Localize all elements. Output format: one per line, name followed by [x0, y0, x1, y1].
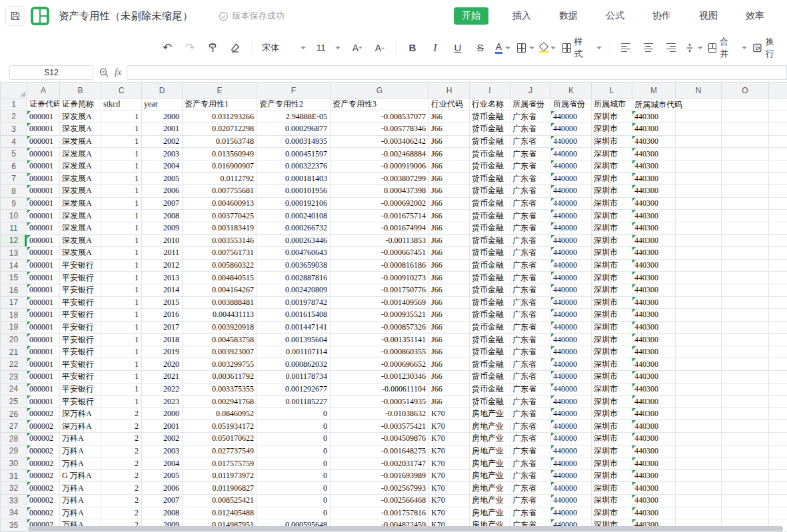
cell-I8[interactable]: 货币金融 — [470, 185, 510, 198]
cell-B32[interactable]: 万科A — [60, 482, 101, 495]
row-header-32[interactable]: 32 — [1, 482, 27, 495]
cell-D19[interactable]: 2017 — [142, 321, 183, 334]
cell-I2[interactable]: 货币金融 — [470, 111, 510, 123]
cell-F17[interactable]: 0.001978742 — [257, 296, 331, 309]
cell-M27[interactable]: 440300 — [632, 420, 676, 433]
cell-H26[interactable]: K70 — [429, 407, 470, 420]
cell-L27[interactable]: 深圳市 — [592, 420, 632, 433]
cell-G13[interactable]: -0.000667451 — [331, 247, 429, 260]
cell-A7[interactable]: 000001 — [27, 172, 60, 185]
cell-B2[interactable]: 深发展A — [60, 111, 101, 123]
cell-O15[interactable] — [722, 272, 769, 284]
cell-K1[interactable]: 所属省份 — [551, 99, 592, 111]
borders-button[interactable] — [517, 39, 534, 57]
cell-B16[interactable]: 平安银行 — [60, 284, 101, 296]
cell-H21[interactable]: J66 — [429, 346, 470, 358]
cell-H31[interactable]: K70 — [429, 469, 470, 482]
cell-C29[interactable]: 2 — [101, 445, 142, 457]
column-header-partial[interactable] — [769, 83, 787, 99]
cell-B34[interactable]: 万科A — [60, 507, 101, 519]
cell-O23[interactable] — [722, 371, 769, 384]
cell-F19[interactable]: 0.001447141 — [257, 321, 331, 334]
cell-N4[interactable] — [676, 135, 722, 148]
cell-I26[interactable]: 房地产业 — [470, 407, 510, 420]
cell-I4[interactable]: 货币金融 — [470, 135, 510, 148]
cell-D10[interactable]: 2008 — [142, 210, 183, 222]
cell-E10[interactable]: 0.003770425 — [183, 210, 257, 222]
cell-D21[interactable]: 2019 — [142, 346, 183, 358]
cell-K8[interactable]: 440000 — [551, 185, 592, 198]
cell-C28[interactable]: 2 — [101, 433, 142, 445]
cell-D23[interactable]: 2021 — [142, 371, 183, 384]
align-right-icon[interactable] — [662, 39, 680, 57]
cell-D27[interactable]: 2001 — [142, 420, 183, 433]
cell-F10[interactable]: 0.000240108 — [257, 210, 331, 222]
cell-E11[interactable]: 0.003183419 — [183, 222, 257, 234]
cell-B18[interactable]: 平安银行 — [60, 309, 101, 322]
cell-G32[interactable]: -0.002567993 — [331, 482, 429, 495]
cell-D20[interactable]: 2018 — [142, 334, 183, 346]
cell-F4[interactable]: 0.000314935 — [257, 135, 331, 148]
cell-D28[interactable]: 2002 — [142, 433, 183, 445]
cell-L31[interactable]: 深圳市 — [592, 469, 632, 482]
cell-P3[interactable] — [769, 123, 787, 136]
cell-J12[interactable]: 广东省 — [510, 234, 551, 247]
cell-A9[interactable]: 000001 — [27, 197, 60, 210]
cell-G8[interactable]: 0.000437398 — [331, 185, 429, 198]
cell-L16[interactable]: 深圳市 — [592, 284, 632, 296]
cell-E33[interactable]: 0.008525421 — [183, 495, 257, 507]
cell-B33[interactable]: 万科A — [60, 495, 101, 507]
cell-L6[interactable]: 深圳市 — [592, 160, 632, 172]
cell-I25[interactable]: 货币金融 — [470, 396, 510, 408]
cell-O17[interactable] — [722, 296, 769, 309]
cell-F29[interactable]: 0 — [257, 445, 331, 457]
cell-E16[interactable]: 0.004164267 — [183, 284, 257, 296]
bold-icon[interactable]: B — [404, 39, 421, 57]
cell-D15[interactable]: 2013 — [142, 272, 183, 284]
cell-H10[interactable]: J66 — [429, 210, 470, 222]
cell-K28[interactable]: 440000 — [551, 433, 592, 445]
cell-M10[interactable]: 440300 — [632, 210, 676, 222]
cell-E29[interactable]: 0.027737549 — [183, 445, 257, 457]
cell-G23[interactable]: -0.001230346 — [331, 371, 429, 384]
cell-M9[interactable]: 440300 — [632, 197, 676, 210]
cell-L32[interactable]: 深圳市 — [592, 482, 632, 495]
row-header-6[interactable]: 6 — [1, 160, 27, 172]
column-header-D[interactable]: D — [142, 83, 183, 99]
cell-C26[interactable]: 2 — [101, 407, 142, 420]
cell-I16[interactable]: 货币金融 — [470, 284, 510, 296]
cell-O8[interactable] — [722, 185, 769, 198]
row-header-27[interactable]: 27 — [1, 420, 27, 433]
cell-K10[interactable]: 440000 — [551, 210, 592, 222]
cell-M18[interactable]: 440300 — [632, 309, 676, 322]
cell-E12[interactable]: 0.003553146 — [183, 234, 257, 247]
cell-F1[interactable]: 资产专用性2 — [257, 99, 331, 111]
cell-G9[interactable]: -0.000692002 — [331, 197, 429, 210]
cell-B7[interactable]: 深发展A — [60, 172, 101, 185]
cell-H27[interactable]: K70 — [429, 420, 470, 433]
cell-F20[interactable]: 0.001395604 — [257, 334, 331, 346]
cell-G22[interactable]: -0.000696652 — [331, 358, 429, 371]
cell-J31[interactable]: 广东省 — [510, 469, 551, 482]
cell-E9[interactable]: 0.004600913 — [183, 197, 257, 210]
cell-M29[interactable]: 440300 — [632, 445, 676, 457]
row-header-18[interactable]: 18 — [1, 309, 27, 322]
font-name-select[interactable]: 宋体 — [259, 39, 309, 57]
cell-B31[interactable]: G 万科A — [60, 469, 101, 482]
cell-C16[interactable]: 1 — [101, 284, 142, 296]
cell-M19[interactable]: 440300 — [632, 321, 676, 334]
cell-K15[interactable]: 440000 — [551, 272, 592, 284]
cell-J15[interactable]: 广东省 — [510, 272, 551, 284]
cell-L20[interactable]: 深圳市 — [592, 334, 632, 346]
cell-C9[interactable]: 1 — [101, 197, 142, 210]
cell-M26[interactable]: 440300 — [632, 407, 676, 420]
cell-L34[interactable]: 深圳市 — [592, 507, 632, 519]
cell-L30[interactable]: 深圳市 — [592, 457, 632, 470]
cell-K4[interactable]: 440000 — [551, 135, 592, 148]
cell-M34[interactable]: 440300 — [632, 507, 676, 519]
cell-I17[interactable]: 货币金融 — [470, 296, 510, 309]
cell-A33[interactable]: 000002 — [27, 495, 60, 507]
cell-E14[interactable]: 0.005860322 — [183, 259, 257, 272]
cell-B30[interactable]: 万科A — [60, 457, 101, 470]
cell-I3[interactable]: 货币金融 — [470, 123, 510, 136]
